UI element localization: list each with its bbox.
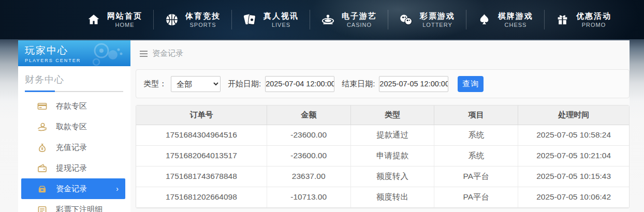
cell-project: PA平台: [434, 187, 518, 207]
cell-project: 系统: [434, 145, 518, 166]
nav-label: 电子游艺 CASINO: [342, 11, 377, 28]
cell-order-no: 1751682064013517: [136, 145, 267, 166]
hand-coin-icon: [37, 122, 47, 132]
nav-en-chess: CHESS: [505, 21, 527, 28]
table-row: 1751681202664098 -10713.00 额度转出 PA平台 202…: [136, 187, 629, 207]
col-header-time: 处理时间: [518, 105, 629, 125]
funds-record-table: 订单号 金额 类型 项目 处理时间 1751684304964516 -2360…: [136, 105, 630, 208]
home-icon: [86, 12, 100, 26]
cell-amount: 23637.00: [267, 166, 350, 187]
top-nav-items: 网站首页 HOME 体育竞技 SPORTS: [0, 10, 622, 29]
basketball-icon: [165, 12, 179, 26]
end-date-label: 结束日期:: [342, 79, 375, 89]
sidebar-item-label: 取款专区: [56, 122, 87, 132]
nav-cn-lives: 真人视讯: [264, 11, 299, 21]
col-header-type: 类型: [350, 105, 434, 125]
cell-time: 2025-07-05 10:06:42: [518, 187, 629, 207]
start-date-input[interactable]: [265, 76, 334, 92]
nav-item-casino[interactable]: 电子游艺 CASINO: [310, 11, 388, 28]
cell-amount: -23600.00: [267, 125, 350, 145]
finance-center-title: 财务中心: [25, 73, 123, 86]
filter-panel: 类型： 全部 开始日期: 结束日期: 查询: [136, 69, 630, 98]
cell-time: 2025-07-05 10:15:43: [518, 166, 629, 187]
cell-amount: -10713.00: [267, 187, 350, 207]
cell-order-no: 1751684304964516: [136, 125, 267, 145]
gamepad-watermark-icon: [86, 42, 126, 66]
cell-time: 2025-07-05 10:21:04: [518, 145, 629, 166]
nav-label: 体育竞技 SPORTS: [185, 11, 221, 28]
nav-label: 优惠活动 PROMO: [576, 11, 611, 28]
nav-label: 彩票游戏 LOTTERY: [420, 11, 455, 28]
type-select[interactable]: 全部: [171, 76, 221, 92]
nav-cn-promo: 优惠活动: [576, 11, 611, 21]
sidebar-item-lottery-bet-detail[interactable]: 彩票下注明细: [18, 199, 130, 212]
nav-cn-lottery: 彩票游戏: [420, 11, 455, 21]
cell-type: 额度转入: [350, 166, 434, 187]
nav-en-lives: LIVES: [272, 21, 290, 28]
nav-cn-home: 网站首页: [107, 11, 142, 21]
nav-item-lives[interactable]: 真人视讯 LIVES: [232, 11, 310, 28]
cell-order-no: 1751681202664098: [136, 187, 267, 207]
nav-en-lottery: LOTTERY: [422, 21, 452, 28]
sidebar-item-label: 充值记录: [56, 143, 87, 153]
nav-item-chess[interactable]: 棋牌游戏 CHESS: [466, 11, 544, 28]
sidebar-item-label: 彩票下注明细: [56, 205, 103, 212]
section-divider: [25, 91, 123, 92]
sidebar-item-withdraw-zone[interactable]: 取款专区: [18, 116, 130, 137]
sidebar-menu: 存款专区 取款专区 充值记录 提现记录: [18, 96, 130, 212]
roulette-icon: [321, 12, 335, 26]
col-header-order-no: 订单号: [136, 105, 267, 125]
sidebar-item-label: 提现记录: [56, 163, 87, 173]
cell-amount: -23600.00: [267, 145, 350, 166]
nav-en-casino: CASINO: [347, 21, 372, 28]
sidebar-item-recharge-record[interactable]: 充值记录: [18, 137, 130, 158]
nav-cn-sports: 体育竞技: [185, 11, 221, 21]
nav-cn-casino: 电子游艺: [342, 11, 377, 21]
nav-item-lottery[interactable]: 彩票游戏 LOTTERY: [388, 11, 466, 28]
table-row: 1751684304964516 -23600.00 提款通过 系统 2025-…: [136, 125, 629, 145]
sidebar-item-label: 存款专区: [56, 101, 87, 111]
sidebar-item-withdraw-record[interactable]: 提现记录: [18, 158, 130, 178]
table-header-row: 订单号 金额 类型 项目 处理时间: [136, 105, 629, 125]
cards-icon: [243, 12, 257, 26]
nav-en-promo: PROMO: [582, 21, 606, 28]
cell-project: 系统: [434, 125, 518, 145]
sidebar: 玩家中心 PLAYERS CENTER 财务中心: [18, 40, 130, 212]
nav-label: 棋牌游戏 CHESS: [498, 11, 533, 28]
nav-item-home[interactable]: 网站首页 HOME: [76, 11, 153, 28]
main-content: 资金记录 类型： 全部 开始日期: 结束日期: 查询 订单号: [130, 40, 630, 212]
sidebar-item-deposit-zone[interactable]: 存款专区: [18, 96, 130, 116]
cell-time: 2025-07-05 10:58:24: [518, 125, 629, 145]
end-date-input[interactable]: [379, 76, 448, 92]
nav-label: 真人视讯 LIVES: [264, 11, 299, 28]
table-row: 1751682064013517 -23600.00 申请提款 系统 2025-…: [136, 145, 629, 166]
search-button[interactable]: 查询: [458, 76, 484, 92]
sidebar-item-funds-record[interactable]: 资金记录 ›: [21, 178, 125, 199]
menu-icon[interactable]: [140, 51, 148, 57]
lottery-balls-icon: [399, 12, 413, 26]
nav-en-sports: SPORTS: [189, 21, 216, 28]
sidebar-item-label: 资金记录: [56, 184, 87, 194]
purse-icon: [37, 184, 47, 194]
nav-item-promo[interactable]: 优惠活动 PROMO: [545, 11, 622, 28]
spade-icon: [477, 12, 491, 26]
money-bag-icon: [37, 143, 47, 153]
top-nav: 网站首页 HOME 体育竞技 SPORTS: [0, 0, 644, 39]
page-body: 玩家中心 PLAYERS CENTER 财务中心: [0, 39, 644, 212]
nav-item-sports[interactable]: 体育竞技 SPORTS: [154, 11, 231, 28]
cell-order-no: 1751681743678848: [136, 166, 267, 187]
nav-en-home: HOME: [115, 21, 135, 28]
section-divider-accent: [25, 90, 55, 92]
deposit-card-icon: [37, 101, 47, 111]
table-row: 1751681743678848 23637.00 额度转入 PA平台 2025…: [136, 166, 629, 187]
start-date-label: 开始日期:: [228, 79, 261, 89]
col-header-project: 项目: [434, 105, 518, 125]
cell-project: PA平台: [434, 166, 518, 187]
col-header-amount: 金额: [267, 105, 350, 125]
cell-type: 申请提款: [350, 145, 434, 166]
chevron-right-icon: ›: [116, 185, 119, 193]
nav-cn-chess: 棋牌游戏: [498, 11, 533, 21]
gift-icon: [555, 12, 569, 26]
type-label: 类型：: [143, 79, 167, 89]
cell-type: 额度转出: [350, 187, 434, 207]
